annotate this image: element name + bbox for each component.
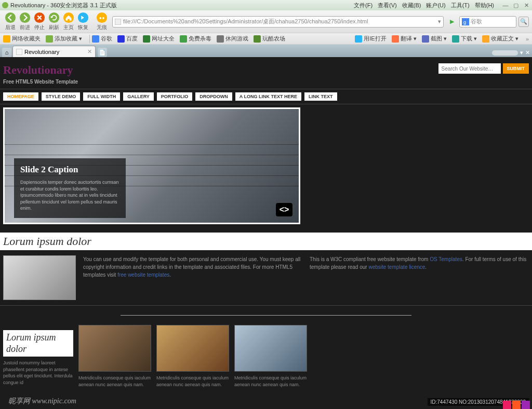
svg-point-0 [5, 12, 16, 23]
zoom-slider[interactable] [492, 50, 518, 56]
bm-ie[interactable]: 用IE打开 [355, 35, 386, 43]
menu-view[interactable]: 查看(V) [378, 2, 397, 9]
intro-image [3, 255, 76, 300]
stop-icon[interactable] [34, 12, 45, 23]
url-dropdown-icon[interactable]: ▾ [438, 18, 441, 25]
menu-favorites[interactable]: 收藏(B) [402, 2, 421, 9]
card-1: Metridiculis conseque quis iaculum aenea… [78, 325, 151, 388]
maximize-button[interactable]: ▢ [512, 2, 520, 9]
link-templates[interactable]: free website templates [117, 272, 169, 278]
back-icon[interactable] [5, 12, 16, 23]
intro-text-1: You can use and modify the template for … [83, 255, 302, 300]
site-search: SUBMIT [438, 63, 529, 74]
site-title: Revolutionary [3, 63, 78, 77]
intro-row: You can use and modify the template for … [0, 250, 532, 306]
menu-tools[interactable]: 工具(T) [451, 2, 470, 9]
card-3: Metridiculis conseque quis iaculum aenea… [234, 325, 307, 388]
incognito-icon[interactable] [96, 12, 108, 23]
hero-slider: Slide 2 Caption Dapiensociis temper done… [3, 107, 300, 224]
slider-wrap: Slide 2 Caption Dapiensociis temper done… [0, 104, 532, 227]
slide-caption: Slide 2 Caption Dapiensociis temper done… [14, 158, 126, 218]
new-tab-button[interactable]: 📄 [98, 48, 107, 57]
browser-title-bar: Revolutionary - 360安全浏览器 3.1 正式版 文件(F) 查… [0, 0, 532, 10]
nav-longlink[interactable]: A LONG LINK TEXT HERE [235, 92, 301, 101]
link-os[interactable]: OS Templates [430, 256, 462, 262]
page-icon [115, 19, 121, 25]
bm-farm[interactable]: 玩酷农场 [254, 35, 285, 43]
slider-nav-arrows[interactable]: <> [276, 203, 292, 216]
tab-close-icon[interactable]: ✕ [87, 48, 92, 55]
watermark-left: 昵享网 www.nipic.com [8, 397, 76, 406]
section2-heading: Lorum ipsum dolor [3, 330, 73, 357]
go-button[interactable]: ▶ [447, 17, 457, 27]
bm-games[interactable]: 休闲游戏 [217, 35, 248, 43]
caption-text: Dapiensociis temper donec auctortortis c… [20, 179, 119, 212]
nav-dropdown[interactable]: DROPDOWN [195, 92, 232, 101]
card-2-text: Metridiculis conseque quis iaculum aenea… [156, 375, 229, 388]
bm-save[interactable]: 收藏正文 ▾ [482, 35, 518, 43]
tab-favicon [16, 49, 22, 55]
bm-antivirus[interactable]: 免费杀毒 [180, 35, 211, 43]
restore-icon[interactable] [77, 12, 89, 23]
window-title: Revolutionary - 360安全浏览器 3.1 正式版 [10, 2, 117, 9]
home-icon[interactable] [63, 12, 74, 23]
refresh-icon[interactable] [48, 12, 60, 23]
tab-bar: ⌂ Revolutionary ✕ 📄 ▾ ✕ [0, 45, 532, 57]
submit-button[interactable]: SUBMIT [503, 63, 529, 74]
url-bar[interactable]: file:///C:/Documents%20and%20Settings/Ad… [112, 16, 444, 28]
browser-toolbar: 后退 前进 停止 刷新 主页 恢复 无痕 file:///C:/Document… [0, 10, 532, 33]
card-3-image [234, 325, 307, 372]
menu-help[interactable]: 帮助(H) [475, 2, 494, 9]
search-input[interactable] [438, 63, 501, 74]
stop-label: 停止 [34, 24, 45, 31]
bm-translate[interactable]: 翻译 ▾ [392, 35, 417, 43]
nav-linktext[interactable]: LINK TEXT [304, 92, 337, 101]
incognito-label: 无痕 [97, 24, 107, 31]
divider [121, 315, 411, 316]
nav-styledemo[interactable]: STYLE DEMO [42, 92, 81, 101]
svg-point-8 [102, 17, 104, 19]
corner-icon-3 [522, 401, 530, 409]
tab-home-button[interactable]: ⌂ [2, 48, 11, 57]
svg-text:g: g [463, 19, 466, 24]
svg-point-6 [97, 12, 107, 23]
tab-label: Revolutionary [24, 49, 59, 55]
bm-sites[interactable]: 网址大全 [143, 35, 175, 43]
link-licence[interactable]: website template licence [368, 264, 425, 270]
bm-screenshot[interactable]: 截图 ▾ [422, 35, 447, 43]
browser-search[interactable]: g 谷歌 [459, 16, 516, 28]
card-1-text: Metridiculis conseque quis iaculum aenea… [78, 375, 151, 388]
bm-baidu[interactable]: 百度 [117, 35, 138, 43]
lower-left-text: Justoid nonummy laoreet phasellent penat… [3, 360, 73, 386]
minimize-button[interactable]: — [502, 2, 509, 9]
menu-account[interactable]: 账户(U) [426, 2, 445, 9]
tab-active[interactable]: Revolutionary ✕ [12, 46, 96, 57]
close-button[interactable]: ✕ [523, 2, 530, 9]
bookmark-bar: 网络收藏夹 添加收藏 ▾ 谷歌 百度 网址大全 免费杀毒 休闲游戏 玩酷农场 用… [0, 33, 532, 45]
menu-file[interactable]: 文件(F) [354, 2, 373, 9]
site-header: Revolutionary Free HTML5 Website Templat… [0, 57, 532, 89]
main-nav: HOMEPAGE STYLE DEMO FULL WIDTH GALLERY P… [0, 89, 532, 104]
nav-portfolio[interactable]: PORTFOLIO [157, 92, 193, 101]
tab-dropdown-icon[interactable]: ▾ [520, 49, 523, 56]
card-2: Metridiculis conseque quis iaculum aenea… [156, 325, 229, 388]
forward-icon[interactable] [19, 12, 31, 23]
intro-text-2: This is a W3C compliant free website tem… [310, 255, 529, 300]
back-label: 后退 [5, 24, 16, 31]
caption-title: Slide 2 Caption [20, 165, 119, 175]
svg-point-1 [20, 12, 30, 23]
nav-gallery[interactable]: GALLERY [123, 92, 154, 101]
nav-homepage[interactable]: HOMEPAGE [3, 92, 38, 101]
nav-fullwidth[interactable]: FULL WIDTH [83, 92, 120, 101]
bm-addfav[interactable]: 添加收藏 ▾ [46, 35, 82, 43]
bm-google[interactable]: 谷歌 [92, 35, 112, 43]
home-label: 主页 [63, 24, 74, 31]
search-button[interactable]: 🔍 [518, 17, 529, 27]
bm-download[interactable]: 下载 ▾ [452, 35, 477, 43]
bm-overflow-icon[interactable]: » [526, 36, 529, 42]
card-1-image [78, 325, 151, 372]
svg-point-7 [99, 17, 101, 19]
bm-netfav[interactable]: 网络收藏夹 [3, 35, 41, 43]
card-2-image [156, 325, 229, 372]
tab-close-all-icon[interactable]: ✕ [525, 49, 530, 56]
